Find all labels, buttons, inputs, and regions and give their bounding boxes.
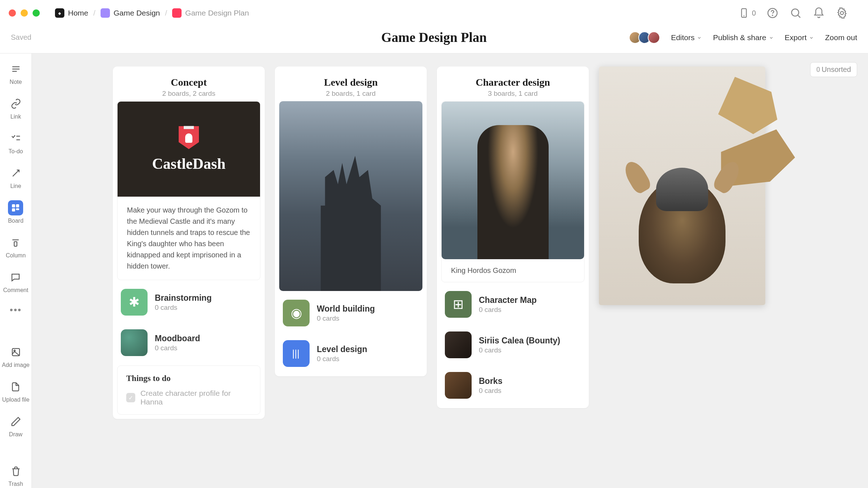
character-card[interactable]: King Hordos Gozom: [441, 101, 584, 282]
svg-rect-16: [12, 208, 15, 211]
tool-todo[interactable]: To-do: [8, 131, 24, 155]
hero-card[interactable]: CastleDash Make your way through the Goz…: [117, 101, 260, 280]
image-icon: [10, 347, 21, 358]
board-icon: [10, 202, 21, 213]
notifications-button[interactable]: [812, 7, 825, 20]
link-icon: [10, 98, 21, 109]
tool-draw[interactable]: Draw: [8, 414, 24, 438]
tool-note[interactable]: Note: [8, 61, 24, 85]
crumb-home[interactable]: ⬥ Home: [55, 8, 88, 18]
todo-item[interactable]: ✓ Create character profile for Hanna: [126, 389, 251, 406]
link-siriis[interactable]: Siriis Calea (Bounty)0 cards: [441, 326, 584, 363]
tool-comment[interactable]: Comment: [3, 270, 28, 294]
link-brainstorming[interactable]: ✱ Brainstorming0 cards: [117, 284, 260, 321]
breadcrumb-separator: /: [165, 9, 167, 17]
search-button[interactable]: [789, 7, 802, 20]
folder-icon: [101, 8, 110, 18]
trash-icon: [10, 466, 21, 476]
globe-icon: ◉: [283, 300, 310, 326]
svg-point-3: [772, 15, 773, 16]
unsorted-pill[interactable]: 0Unsorted: [810, 62, 857, 77]
tool-board[interactable]: Board: [8, 200, 24, 224]
page-title[interactable]: Game Design Plan: [381, 30, 487, 45]
svg-point-6: [841, 12, 844, 15]
puzzle-icon: ✱: [121, 289, 148, 316]
svg-rect-19: [14, 242, 17, 247]
help-button[interactable]: [766, 7, 779, 20]
zoom-out-button[interactable]: Zoom out: [825, 33, 857, 42]
image-caption: King Hordos Gozom: [442, 259, 584, 282]
map-icon: ⊞: [445, 291, 472, 318]
tool-upload[interactable]: Upload file: [2, 379, 30, 403]
export-dropdown[interactable]: Export: [785, 33, 814, 42]
column-icon: [10, 237, 21, 248]
svg-rect-15: [16, 204, 20, 207]
checkbox-icon[interactable]: ✓: [126, 393, 135, 402]
board-title[interactable]: Level design: [279, 77, 422, 88]
more-icon: •••: [10, 304, 22, 316]
search-icon: [790, 7, 802, 19]
moodboard-icon: [121, 329, 148, 356]
character-image: [442, 102, 584, 259]
bell-icon: [813, 7, 825, 19]
editor-avatars[interactable]: [629, 31, 660, 44]
tool-add-image[interactable]: Add image: [2, 344, 30, 368]
castle-image[interactable]: [279, 101, 422, 291]
hierarchy-icon: ⫼: [283, 340, 310, 367]
link-level-design[interactable]: ⫼ Level design0 cards: [279, 335, 422, 372]
editors-dropdown[interactable]: Editors: [671, 33, 702, 42]
board-character-design[interactable]: Character design 3 boards, 1 card King H…: [437, 67, 589, 408]
canvas[interactable]: 0Unsorted Concept 2 boards, 2 cards Cast…: [32, 53, 868, 488]
crumb-label: Game Design: [114, 9, 160, 17]
portrait-icon: [445, 331, 472, 358]
phone-icon: [738, 7, 750, 19]
publish-dropdown[interactable]: Publish & share: [713, 33, 774, 42]
home-icon: ⬥: [55, 8, 64, 18]
comment-icon: [10, 272, 21, 283]
svg-rect-17: [16, 208, 20, 210]
todo-card[interactable]: Things to do ✓ Create character profile …: [117, 365, 260, 415]
file-icon: [10, 381, 21, 392]
pencil-icon: [10, 416, 21, 427]
crumb-current[interactable]: Game Design Plan: [172, 8, 249, 18]
gear-icon: [836, 7, 848, 19]
settings-button[interactable]: [835, 7, 848, 20]
board-title[interactable]: Character design: [441, 77, 584, 88]
mobile-view-button[interactable]: 0: [738, 7, 756, 19]
tool-sidebar: Note Link To-do Line Board Column Commen…: [0, 53, 32, 488]
help-icon: [766, 7, 779, 19]
game-logo-icon: [179, 126, 199, 151]
document-header: Saved Game Design Plan Editors Publish &…: [0, 26, 868, 53]
avatar: [648, 31, 660, 44]
skull-image[interactable]: [599, 67, 765, 305]
link-world-building[interactable]: ◉ World building0 cards: [279, 295, 422, 331]
board-level-design[interactable]: Level design 2 boards, 1 card ◉ World bu…: [275, 67, 427, 376]
crumb-label: Home: [68, 9, 88, 17]
tool-more[interactable]: •••: [10, 304, 22, 316]
tool-trash[interactable]: Trash: [8, 463, 24, 487]
breadcrumb-separator: /: [93, 9, 95, 17]
portrait-icon: [445, 372, 472, 399]
tool-column[interactable]: Column: [6, 235, 26, 259]
breadcrumb: ⬥ Home / Game Design / Game Design Plan: [55, 8, 249, 18]
link-borks[interactable]: Borks0 cards: [441, 367, 584, 404]
crumb-label: Game Design Plan: [185, 9, 249, 17]
minimize-window[interactable]: [21, 9, 28, 17]
board-subtitle: 3 boards, 1 card: [441, 90, 584, 98]
phone-count: 0: [752, 9, 756, 17]
note-icon: [10, 64, 21, 74]
maximize-window[interactable]: [33, 9, 40, 17]
board-subtitle: 2 boards, 2 cards: [117, 90, 260, 98]
board-title[interactable]: Concept: [117, 77, 260, 88]
crumb-game-design[interactable]: Game Design: [101, 8, 160, 18]
todo-icon: [10, 133, 21, 144]
close-window[interactable]: [9, 9, 16, 17]
card-description: Make your way through the Gozom to the M…: [118, 197, 260, 280]
tool-line[interactable]: Line: [8, 166, 24, 189]
board-concept[interactable]: Concept 2 boards, 2 cards CastleDash Mak…: [113, 67, 265, 419]
link-character-map[interactable]: ⊞ Character Map0 cards: [441, 286, 584, 323]
svg-rect-14: [12, 204, 15, 207]
tool-link[interactable]: Link: [8, 96, 24, 120]
link-moodboard[interactable]: Moodboard0 cards: [117, 324, 260, 361]
board-subtitle: 2 boards, 1 card: [279, 90, 422, 98]
